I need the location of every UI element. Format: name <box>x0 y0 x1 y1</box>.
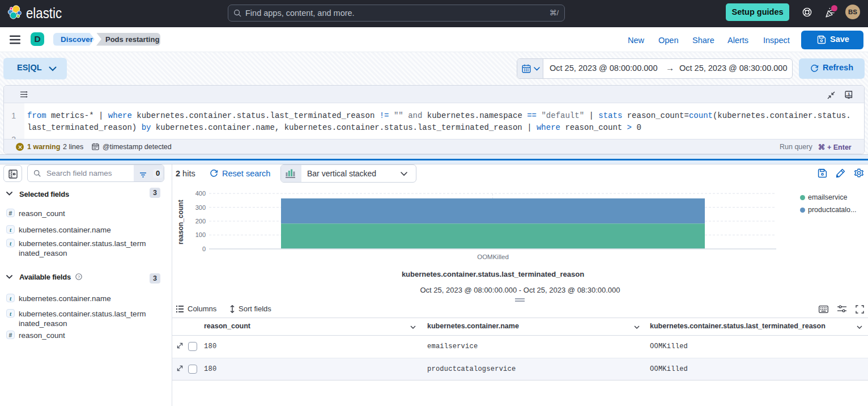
svg-text:i: i <box>848 92 850 96</box>
svg-text:?: ? <box>78 274 80 280</box>
